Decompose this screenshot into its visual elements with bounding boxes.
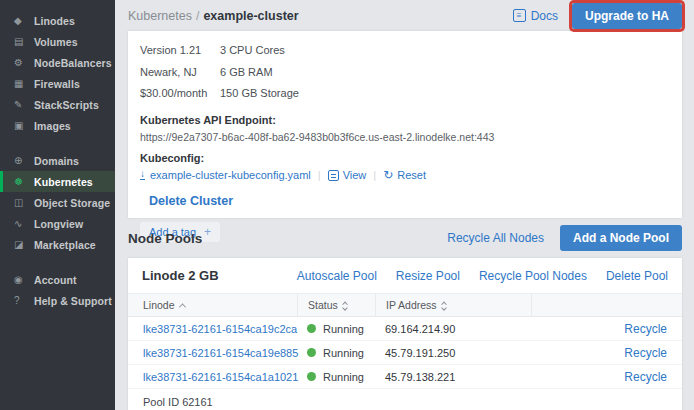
status-running-icon	[307, 348, 316, 357]
delete-cluster-button[interactable]: Delete Cluster	[149, 194, 670, 208]
node-pool-card: Linode 2 GB Autoscale Pool Resize Pool R…	[128, 258, 682, 410]
recycle-cell: Recycle	[541, 322, 667, 336]
sidebar-item-label: Longview	[34, 218, 83, 230]
node-link[interactable]: lke38731-62161-6154ca19e885	[143, 347, 307, 359]
column-label: IP Address	[386, 299, 437, 311]
sort-ascending-icon	[178, 303, 185, 310]
node-link[interactable]: lke38731-62161-6154ca19c2ca	[143, 323, 307, 335]
autoscale-pool-link[interactable]: Autoscale Pool	[297, 269, 377, 283]
sidebar-item-label: Marketplace	[34, 239, 96, 251]
pool-id-footer: Pool ID 62161	[128, 389, 682, 410]
plus-icon: +	[204, 225, 211, 239]
annotation-highlight-box: Upgrade to HA	[572, 3, 682, 29]
sidebar-item-images[interactable]: ▣ Images	[0, 115, 115, 136]
sidebar-item-volumes[interactable]: ▤ Volumes	[0, 31, 115, 52]
api-endpoint-value: https://9e2a7307-b6ac-408f-ba62-9483b0b3…	[140, 131, 670, 143]
download-icon[interactable]: ↓	[140, 169, 145, 180]
cluster-summary-card: Version 1.21 3 CPU Cores Newark, NJ 6 GB…	[128, 31, 682, 218]
spec-region: Newark, NJ	[140, 62, 206, 84]
page-title: example-cluster	[203, 9, 298, 23]
sidebar-item-nodebalancers[interactable]: ⚙ NodeBalancers	[0, 52, 115, 73]
sidebar-item-label: Firewalls	[34, 78, 80, 90]
column-header-linode[interactable]: Linode	[143, 294, 307, 316]
breadcrumb: Kubernetes/example-cluster	[128, 9, 299, 23]
account-icon: ◉	[14, 275, 34, 285]
node-ip: 69.164.214.90	[385, 323, 541, 335]
kubeconfig-view-link[interactable]: View	[343, 169, 367, 181]
docs-label: Docs	[531, 9, 558, 23]
spec-cpu: 3 CPU Cores	[220, 40, 670, 62]
node-link[interactable]: lke38731-62161-6154ca1a1021	[143, 371, 307, 383]
table-row: lke38731-62161-6154ca19e885 Running 45.7…	[128, 341, 682, 365]
status-label: Running	[323, 371, 364, 383]
sidebar-item-kubernetes[interactable]: ☸ Kubernetes	[0, 171, 115, 192]
status-label: Running	[323, 347, 364, 359]
breadcrumb-section[interactable]: Kubernetes	[128, 9, 192, 23]
kubeconfig-download-link[interactable]: example-cluster-kubeconfig.yaml	[150, 169, 311, 181]
bucket-icon: ◫	[14, 198, 34, 208]
topbar: Kubernetes/example-cluster ≡ Docs Upgrad…	[115, 0, 694, 31]
firewall-icon: ▦	[14, 79, 34, 89]
linode-icon: ◆	[14, 16, 34, 26]
docs-link[interactable]: ≡ Docs	[513, 9, 558, 23]
pool-id-label: Pool ID 62161	[143, 396, 213, 408]
sidebar-item-label: StackScripts	[34, 99, 99, 111]
sidebar-item-object-storage[interactable]: ◫ Object Storage	[0, 192, 115, 213]
column-header-actions	[531, 294, 667, 316]
pool-head: Linode 2 GB Autoscale Pool Resize Pool R…	[128, 258, 682, 293]
sidebar-item-label: Help & Support	[34, 295, 112, 307]
kubeconfig-actions: ↓ example-cluster-kubeconfig.yaml | View…	[140, 169, 670, 181]
upgrade-to-ha-button[interactable]: Upgrade to HA	[572, 3, 682, 29]
reset-icon: ↻	[383, 169, 393, 181]
node-ip: 45.79.138.221	[385, 371, 541, 383]
node-status: Running	[307, 371, 385, 383]
node-status: Running	[307, 323, 385, 335]
view-icon	[328, 170, 339, 181]
sort-icon	[442, 301, 446, 310]
add-node-pool-button[interactable]: Add a Node Pool	[560, 225, 682, 251]
sidebar-item-label: Account	[34, 274, 77, 286]
separator: |	[318, 169, 321, 181]
recycle-cell: Recycle	[541, 346, 667, 360]
recycle-node-link[interactable]: Recycle	[624, 370, 667, 384]
spec-price: $30.00/month	[140, 83, 206, 105]
resize-pool-link[interactable]: Resize Pool	[396, 269, 460, 283]
sidebar-item-firewalls[interactable]: ▦ Firewalls	[0, 73, 115, 94]
breadcrumb-separator: /	[196, 9, 199, 23]
sidebar-item-domains[interactable]: ⊕ Domains	[0, 150, 115, 171]
recycle-node-link[interactable]: Recycle	[624, 322, 667, 336]
recycle-node-link[interactable]: Recycle	[624, 346, 667, 360]
sort-icon	[343, 301, 347, 310]
sidebar-item-linodes[interactable]: ◆ Linodes	[0, 10, 115, 31]
marketplace-icon: ◪	[14, 240, 34, 250]
sidebar-item-marketplace[interactable]: ◪ Marketplace	[0, 234, 115, 255]
pool-name: Linode 2 GB	[142, 268, 219, 283]
sidebar-group-services: ⊕ Domains ☸ Kubernetes ◫ Object Storage …	[0, 150, 115, 255]
table-row: lke38731-62161-6154ca19c2ca Running 69.1…	[128, 317, 682, 341]
kubernetes-icon: ☸	[14, 177, 34, 187]
sidebar: ◆ Linodes ▤ Volumes ⚙ NodeBalancers ▦ Fi…	[0, 0, 115, 410]
delete-pool-link[interactable]: Delete Pool	[606, 269, 668, 283]
document-icon: ≡	[513, 9, 526, 22]
sidebar-group-account: ◉ Account ? Help & Support	[0, 269, 115, 311]
column-header-status[interactable]: Status	[297, 294, 385, 316]
sidebar-item-account[interactable]: ◉ Account	[0, 269, 115, 290]
api-endpoint-label: Kubernetes API Endpoint:	[140, 114, 670, 126]
table-header-row: Linode Status IP Address	[128, 293, 682, 317]
sidebar-item-help[interactable]: ? Help & Support	[0, 290, 115, 311]
status-running-icon	[307, 324, 316, 333]
image-icon: ▣	[14, 121, 34, 131]
sidebar-item-label: NodeBalancers	[34, 57, 112, 69]
sidebar-item-longview[interactable]: ∿ Longview	[0, 213, 115, 234]
column-label: Linode	[143, 299, 175, 311]
kubeconfig-label: Kubeconfig:	[140, 152, 670, 164]
recycle-pool-nodes-link[interactable]: Recycle Pool Nodes	[479, 269, 587, 283]
spec-version: Version 1.21	[140, 40, 206, 62]
recycle-all-nodes-link[interactable]: Recycle All Nodes	[447, 231, 544, 245]
main-content: Kubernetes/example-cluster ≡ Docs Upgrad…	[115, 0, 694, 410]
sidebar-item-stackscripts[interactable]: ✎ StackScripts	[0, 94, 115, 115]
column-header-ip[interactable]: IP Address	[375, 294, 541, 316]
kubeconfig-reset-link[interactable]: Reset	[397, 169, 426, 181]
sidebar-item-label: Images	[34, 120, 71, 132]
recycle-cell: Recycle	[541, 370, 667, 384]
